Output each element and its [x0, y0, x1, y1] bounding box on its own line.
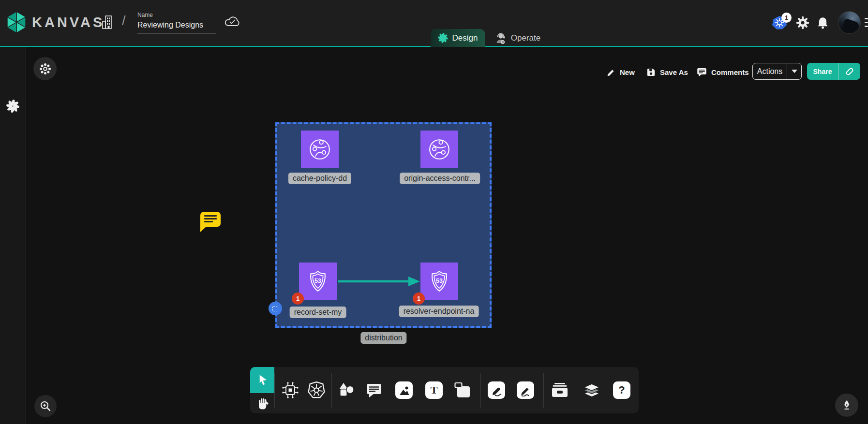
tab-design[interactable]: Design	[431, 29, 485, 47]
tool-layers[interactable]	[582, 380, 601, 400]
menu-icon[interactable]	[865, 18, 868, 27]
svg-text:53: 53	[436, 278, 443, 284]
design-name-input[interactable]	[137, 20, 216, 33]
node-origin-access-control[interactable]	[420, 131, 458, 168]
meshery-design-icon	[438, 33, 448, 43]
organization-icon[interactable]	[101, 15, 115, 30]
tool-pen[interactable]	[487, 380, 506, 400]
circuit-icon	[282, 381, 299, 399]
pencil-icon	[606, 68, 615, 77]
tool-text[interactable]: T	[424, 380, 444, 400]
error-badge[interactable]: 1	[413, 292, 425, 305]
pencil-draw-icon	[517, 381, 534, 399]
new-label: New	[620, 68, 635, 76]
image-icon	[395, 381, 413, 399]
pen-mode-button[interactable]	[835, 394, 858, 417]
bell-icon	[816, 16, 829, 29]
pen-icon	[488, 381, 505, 399]
header: KANVAS / Name	[0, 0, 868, 47]
tool-pencil[interactable]	[516, 380, 535, 400]
design-name-label: Name	[137, 12, 216, 18]
share-label: Share	[807, 68, 838, 75]
cloudfront-globe-icon	[308, 138, 331, 161]
comment-marker[interactable]	[200, 212, 221, 227]
comments-button[interactable]: Comments	[697, 65, 749, 79]
pen-nib-icon	[840, 398, 853, 412]
route53-shield-icon: 53	[428, 270, 451, 293]
tool-dock: T	[250, 367, 639, 413]
context-count-badge[interactable]: 1	[781, 13, 792, 23]
tool-image[interactable]	[394, 380, 414, 400]
gear-icon	[796, 16, 809, 29]
node-label[interactable]: record-set-my	[290, 307, 346, 318]
comments-label: Comments	[711, 68, 749, 76]
new-button[interactable]: New	[606, 65, 635, 79]
left-sidebar	[0, 47, 26, 424]
tool-shapes[interactable]	[337, 380, 356, 400]
hand-icon	[256, 397, 269, 410]
question-icon: ?	[613, 381, 630, 399]
actions-label: Actions	[753, 67, 787, 76]
node-label[interactable]: cache-policy-dd	[288, 173, 351, 184]
tab-operate[interactable]: Operate	[487, 29, 549, 47]
floppy-icon	[646, 68, 656, 77]
breadcrumb-separator: /	[122, 14, 126, 29]
node-cache-policy[interactable]	[301, 131, 339, 168]
comment-icon	[697, 67, 707, 77]
text-icon: T	[425, 381, 443, 399]
actions-button[interactable]: Actions	[752, 63, 802, 80]
user-avatar[interactable]	[838, 11, 861, 34]
canvas-settings-button[interactable]	[33, 57, 57, 80]
tool-comment[interactable]	[364, 380, 384, 400]
flower-icon	[39, 62, 52, 75]
tool-archive[interactable]	[550, 380, 569, 400]
tool-pan[interactable]	[250, 393, 274, 413]
shapes-icon	[338, 382, 355, 398]
tool-help[interactable]: ?	[612, 380, 631, 400]
group-label[interactable]: distribution	[360, 332, 406, 344]
kanvas-app: KANVAS / Name	[0, 0, 868, 424]
tool-kubernetes[interactable]	[307, 380, 326, 400]
actions-dropdown-toggle[interactable]	[787, 63, 801, 79]
tool-select[interactable]	[250, 367, 274, 393]
archive-drawer-icon	[551, 382, 569, 398]
design-name-field: Name	[137, 12, 216, 33]
settings-button[interactable]	[796, 16, 809, 29]
copy-link-button[interactable]	[838, 63, 860, 80]
zoom-in-button[interactable]	[34, 395, 57, 417]
tool-components[interactable]	[281, 380, 300, 400]
zoom-in-icon	[39, 400, 52, 412]
caret-down-icon	[792, 70, 797, 73]
kanvas-hexagon-icon	[6, 12, 27, 33]
kubernetes-wheel-icon	[307, 381, 326, 399]
error-badge[interactable]: 1	[292, 292, 304, 305]
comment-tool-icon	[366, 382, 382, 398]
notifications-button[interactable]	[816, 16, 829, 29]
edge-arrow[interactable]	[337, 275, 422, 288]
link-icon	[845, 67, 854, 76]
operator-headset-icon	[495, 32, 507, 44]
app-title: KANVAS	[32, 15, 105, 30]
save-as-label: Save As	[660, 68, 688, 76]
cloud-sync-icon[interactable]	[224, 15, 241, 28]
tab-design-label: Design	[452, 33, 478, 43]
section-icon	[454, 381, 471, 399]
node-label[interactable]: origin-access-contr...	[400, 173, 480, 184]
layers-icon	[583, 383, 600, 398]
node-record-set[interactable]: 53	[299, 263, 337, 300]
cloudfront-globe-icon	[428, 138, 451, 161]
kanvas-logo[interactable]: KANVAS	[6, 12, 105, 33]
share-button[interactable]: Share	[807, 63, 860, 80]
svg-text:53: 53	[314, 278, 321, 284]
tool-section[interactable]	[453, 380, 472, 400]
route53-shield-icon: 53	[306, 270, 329, 293]
node-label[interactable]: resolver-endpoint-na	[399, 306, 479, 317]
cursor-icon	[256, 374, 268, 386]
node-resolver-endpoint[interactable]: 53	[420, 263, 458, 300]
group-resize-handle[interactable]	[269, 302, 282, 315]
meshery-logo-icon[interactable]	[6, 100, 19, 113]
tab-operate-label: Operate	[511, 33, 540, 43]
save-as-button[interactable]: Save As	[646, 65, 688, 79]
